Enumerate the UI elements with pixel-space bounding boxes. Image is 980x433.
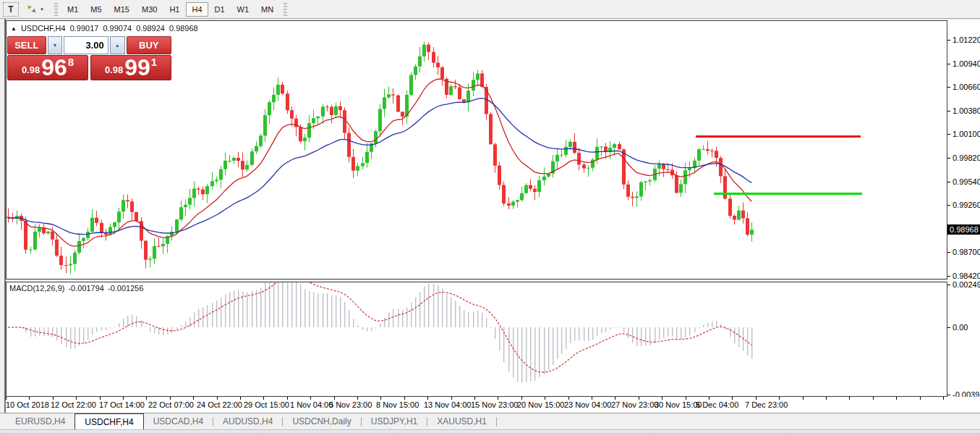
price-axis-tick [947,134,950,135]
ohlc-open: 0.99017 [70,24,99,33]
price-axis-label: 0.98700 [953,248,980,256]
price-axis-label: 0.99260 [953,201,980,209]
toolbar-separator [284,3,287,16]
time-axis-label: 30 Nov 15:00 [655,400,702,409]
buy-price-big: 99 [124,56,150,78]
text-tool-button[interactable]: T [3,2,19,17]
timeframe-button-h4[interactable]: H4 [186,2,208,17]
time-axis-label: 13 Nov 04:00 [424,400,471,409]
chart-tab-usdjpy-h1[interactable]: USDJPY,H1 [362,413,427,429]
ohlc-low: 0.98924 [136,24,165,33]
lot-size-input[interactable]: 3.00 [64,36,108,54]
one-click-trading-panel: SELL ▼ 3.00 ▲ BUY 0.98 96 8 0.98 99 1 [7,36,171,80]
collapse-panel-icon[interactable]: ▲ [11,25,17,32]
lot-increase-button[interactable]: ▲ [110,36,125,54]
arrows-tool-button[interactable]: ➤ ➤ ▼ [23,2,48,17]
time-axis-ticks [6,397,947,400]
time-axis[interactable]: 10 Oct 201812 Oct 22:0017 Oct 14:0022 Oc… [6,397,980,413]
chart-tab-xauusd-h1[interactable]: XAUUSD,H1 [427,413,496,429]
price-axis-tick [947,276,950,277]
buy-price-prefix: 0.98 [105,64,123,75]
ohlc-close: 0.98968 [169,24,198,33]
ohlc-high: 0.99074 [103,24,132,33]
price-axis-label: 1.01220 [953,35,980,44]
price-axis-tick [947,40,950,41]
price-axis-tick [947,252,950,253]
time-axis-label: 12 Oct 22:00 [51,400,96,409]
timeframe-button-m30[interactable]: M30 [136,2,163,17]
time-axis-label: 15 Nov 23:00 [471,400,518,409]
time-axis-label: 17 Oct 14:00 [99,400,145,409]
chart-symbol-period: USDCHF,H4 [21,24,66,33]
time-axis-label: 7 Dec 23:00 [745,400,788,409]
toolbar-separator [54,3,58,16]
timeframe-button-h1[interactable]: H1 [163,2,185,17]
price-axis-label: 1.00660 [953,83,980,91]
timeframe-button-m15[interactable]: M15 [108,2,135,17]
timeframe-button-w1[interactable]: W1 [231,2,255,17]
time-axis-label: 22 Oct 07:00 [148,400,194,409]
time-axis-label: 5 Dec 04:00 [696,400,738,409]
sell-button[interactable]: SELL [7,36,46,54]
time-axis-label: 24 Oct 22:00 [197,400,242,409]
time-axis-label: 23 Nov 04:00 [564,400,611,409]
time-axis-label: 1 Nov 04:00 [290,400,333,409]
timeframe-toolbar: M1M5M15M30H1H4D1W1MN [61,2,280,17]
price-axis-label: 1.00380 [953,106,980,115]
sell-price-panel[interactable]: 0.98 96 8 [7,55,88,80]
macd-signal-value: -0.001256 [108,284,144,293]
main-chart-panel[interactable]: ▲ USDCHF,H4 0.99017 0.99074 0.98924 0.98… [6,20,947,279]
price-axis-label: 0.99820 [953,154,980,162]
buy-price-panel[interactable]: 0.98 99 1 [90,55,171,80]
price-axis-tick [947,158,950,159]
time-axis-label: 5 Nov 23:00 [329,400,372,409]
chart-tab-usdcnh-daily[interactable]: USDCNH,Daily [283,413,360,429]
time-axis-label: 27 Nov 23:00 [611,400,658,409]
macd-main-value: -0.001794 [68,284,104,293]
status-strip [0,429,980,433]
chart-tab-bar: EURUSD,H4USDCHF,H4USDCAD,H4AUDUSD,H4USDC… [0,413,980,429]
macd-axis-tick [947,285,950,285]
buy-price-pip: 1 [151,56,157,68]
price-axis-label: 0.98420 [953,272,980,280]
chart-tab-usdchf-h4[interactable]: USDCHF,H4 [74,413,143,429]
chart-tab-eurusd-h4[interactable]: EURUSD,H4 [6,413,74,429]
time-axis-label: 29 Oct 15:00 [244,400,289,409]
macd-axis-tick [947,395,950,395]
macd-axis-label: 0.002492 [953,280,980,289]
time-axis-label: 8 Nov 15:00 [376,400,419,409]
price-axis-tick [947,205,950,206]
macd-axis-tick [947,327,950,328]
macd-indicator-panel[interactable]: MACD(12,26,9) -0.001794 -0.001256 [6,282,947,397]
price-axis-tick [947,64,950,64]
price-axis[interactable]: 1.012201.009401.006601.003801.001000.998… [947,20,980,413]
buy-button[interactable]: BUY [127,36,171,54]
chart-tab-usdcad-h4[interactable]: USDCAD,H4 [144,413,213,429]
sell-price-prefix: 0.98 [22,64,40,75]
chart-title: ▲ USDCHF,H4 0.99017 0.99074 0.98924 0.98… [11,24,198,33]
dropdown-caret-icon: ▼ [40,7,44,12]
macd-chart-canvas[interactable] [7,282,947,396]
sell-price-big: 96 [41,56,67,78]
current-price-badge: 0.98968 [947,224,980,235]
price-axis-label: 1.00940 [953,59,980,68]
time-axis-label: 10 Oct 2018 [6,400,49,409]
price-axis-label: 0.99540 [953,177,980,186]
chart-tab-audusd-h4[interactable]: AUDUSD,H4 [213,413,282,429]
price-axis-tick [947,182,950,182]
timeframe-button-m1[interactable]: M1 [61,2,84,17]
sell-price-pip: 8 [68,56,74,68]
macd-name: MACD(12,26,9) [9,284,64,293]
price-axis-label: 1.00100 [953,130,980,138]
timeframe-button-d1[interactable]: D1 [209,2,231,17]
diagonal-arrows-icon: ➤ ➤ [27,4,38,14]
price-axis-tick [947,111,950,112]
timeframe-button-mn[interactable]: MN [255,2,279,17]
lot-decrease-button[interactable]: ▼ [48,36,63,54]
toolbar: T ➤ ➤ ▼ M1M5M15M30H1H4D1W1MN [0,0,980,19]
timeframe-button-m5[interactable]: M5 [85,2,107,17]
window-left-frame [0,19,6,413]
price-axis-tick [947,87,950,88]
time-axis-label: 20 Nov 15:00 [517,400,564,409]
macd-label: MACD(12,26,9) -0.001794 -0.001256 [9,284,144,293]
